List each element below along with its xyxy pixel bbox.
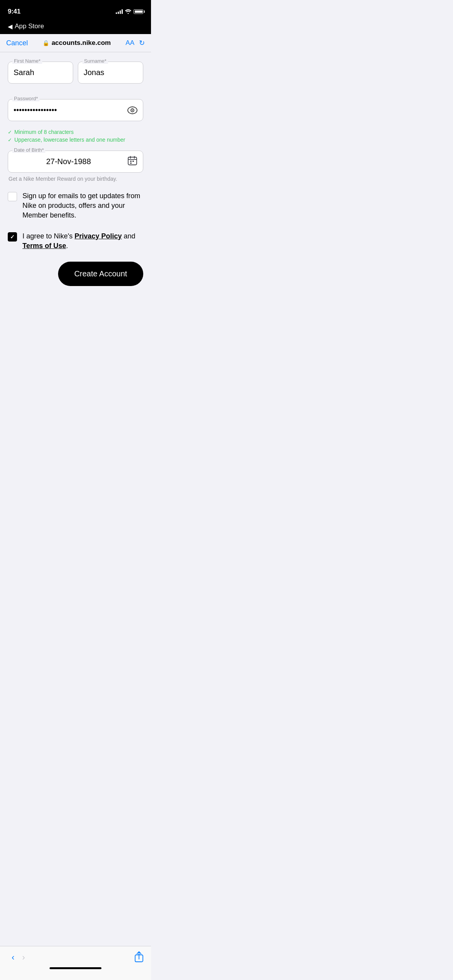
dob-label: Date of Birth* [12,147,45,153]
password-field-group: Password* [8,99,143,121]
checkmark-icon: ✓ [10,234,15,240]
create-account-button[interactable]: Create Account [58,262,143,286]
battery-icon [134,9,143,14]
status-time: 9:41 [8,8,21,15]
surname-input[interactable] [78,62,143,84]
email-signup-row: Sign up for emails to get updates from N… [8,191,143,221]
privacy-agree-text: I agree to Nike's Privacy Policy and Ter… [22,231,143,251]
dob-value: 27-Nov-1988 [46,157,91,166]
lock-icon: 🔒 [43,40,49,46]
create-account-wrapper: Create Account [8,262,143,286]
privacy-agree-checkbox[interactable]: ✓ [8,232,17,242]
form-content: First Name* Surname* Password* ✓ Minimum… [0,52,151,336]
status-icons [116,9,143,14]
privacy-agree-row: ✓ I agree to Nike's Privacy Policy and T… [8,231,143,251]
svg-point-2 [132,110,133,111]
agree-period: . [66,242,68,250]
back-arrow-icon: ◀ [8,23,12,30]
hint-min-chars-text: Minimum of 8 characters [14,129,74,135]
browser-bar: Cancel 🔒 accounts.nike.com AA ↻ [0,34,151,52]
reload-button[interactable]: ↻ [139,39,145,47]
hint-check-icon-2: ✓ [8,137,12,143]
privacy-policy-link[interactable]: Privacy Policy [75,232,122,240]
first-name-field-group: First Name* [8,62,73,84]
dob-input[interactable]: 27-Nov-1988 [8,151,143,173]
surname-label: Surname* [82,58,108,64]
font-size-button[interactable]: AA [125,39,134,47]
hint-letters-text: Uppercase, lowercase letters and one num… [14,137,125,143]
email-signup-checkbox[interactable] [8,192,17,201]
browser-controls: AA ↻ [125,39,145,47]
hint-min-chars: ✓ Minimum of 8 characters [8,129,143,135]
hint-letters-numbers: ✓ Uppercase, lowercase letters and one n… [8,137,143,143]
show-password-icon[interactable] [127,105,138,116]
signal-icon [116,9,123,14]
agree-text-2: and [122,232,136,240]
password-label: Password* [12,96,39,101]
svg-rect-8 [132,161,134,162]
url-text: accounts.nike.com [51,39,111,47]
terms-of-use-link[interactable]: Terms of Use [22,242,66,250]
password-hints: ✓ Minimum of 8 characters ✓ Uppercase, l… [8,129,143,143]
birthday-hint: Get a Nike Member Reward on your birthda… [8,176,143,182]
url-bar[interactable]: 🔒 accounts.nike.com [43,39,111,47]
name-row: First Name* Surname* [8,62,143,91]
surname-field-group: Surname* [78,62,143,84]
calendar-icon [127,156,137,168]
cancel-button[interactable]: Cancel [6,39,28,47]
agree-text-1: I agree to Nike's [22,232,75,240]
svg-rect-7 [130,161,132,162]
wifi-icon [125,9,131,14]
password-input[interactable] [8,99,143,121]
first-name-input[interactable] [8,62,73,84]
email-signup-text: Sign up for emails to get updates from N… [22,191,143,221]
password-wrapper [8,99,143,121]
status-bar: 9:41 [0,0,151,21]
hint-check-icon: ✓ [8,129,12,135]
svg-rect-9 [130,163,132,164]
first-name-label: First Name* [12,58,42,64]
app-store-bar: ◀ App Store [0,21,151,34]
dob-field-group: Date of Birth* 27-Nov-1988 [8,151,143,173]
app-store-label: App Store [15,22,44,30]
